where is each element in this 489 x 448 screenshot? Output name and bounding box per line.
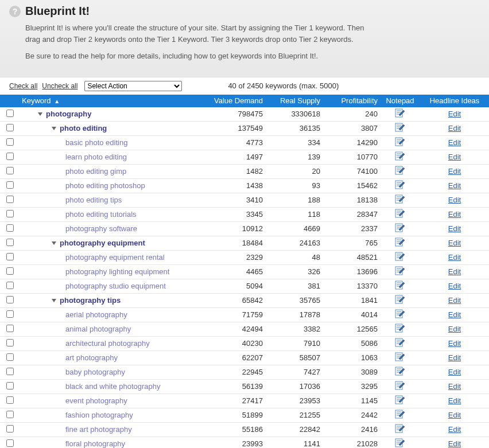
keyword-link[interactable]: aerial photography (65, 310, 127, 319)
col-keyword-header[interactable]: Keyword ▲ (22, 96, 60, 105)
col-real-supply-header[interactable]: Real Supply (280, 96, 320, 105)
keyword-link[interactable]: photography lighting equipment (65, 267, 169, 276)
keyword-link[interactable]: photo editing tutorials (65, 210, 137, 219)
row-checkbox[interactable] (6, 353, 14, 361)
row-checkbox[interactable] (6, 167, 14, 174)
row-checkbox[interactable] (6, 396, 14, 404)
keyword-link[interactable]: photo editing tips (65, 196, 122, 204)
edit-link[interactable]: Edit (448, 253, 461, 262)
notepad-icon[interactable] (395, 323, 405, 333)
row-checkbox[interactable] (6, 310, 14, 318)
notepad-icon[interactable] (395, 280, 405, 290)
edit-link[interactable]: Edit (448, 138, 461, 147)
edit-link[interactable]: Edit (448, 267, 461, 276)
row-checkbox[interactable] (6, 138, 14, 146)
notepad-icon[interactable] (395, 438, 405, 448)
notepad-icon[interactable] (395, 294, 405, 305)
keyword-link[interactable]: art photography (65, 353, 118, 362)
notepad-icon[interactable] (395, 352, 405, 362)
notepad-icon[interactable] (395, 309, 405, 319)
notepad-icon[interactable] (395, 251, 405, 262)
keyword-link[interactable]: learn photo editing (65, 153, 127, 161)
check-all-link[interactable]: Check all (9, 82, 37, 90)
edit-link[interactable]: Edit (448, 382, 461, 391)
edit-link[interactable]: Edit (448, 439, 461, 448)
notepad-icon[interactable] (395, 366, 405, 376)
edit-link[interactable]: Edit (448, 368, 461, 376)
row-checkbox[interactable] (6, 124, 14, 131)
keyword-link[interactable]: photography software (65, 224, 137, 233)
keyword-link[interactable]: animal photography (65, 325, 131, 333)
edit-link[interactable]: Edit (448, 411, 461, 419)
keyword-link[interactable]: photography tips (60, 296, 121, 305)
col-value-demand-header[interactable]: Value Demand (214, 96, 263, 105)
row-checkbox[interactable] (6, 110, 14, 117)
notepad-icon[interactable] (395, 137, 405, 147)
row-checkbox[interactable] (6, 439, 14, 447)
toggle-icon[interactable] (52, 241, 56, 245)
edit-link[interactable]: Edit (448, 396, 461, 405)
row-checkbox[interactable] (6, 411, 14, 418)
keyword-link[interactable]: photography equipment (60, 239, 145, 247)
notepad-icon[interactable] (395, 165, 405, 176)
notepad-icon[interactable] (395, 337, 405, 348)
notepad-icon[interactable] (395, 194, 405, 204)
keyword-link[interactable]: baby photography (65, 368, 125, 376)
row-checkbox[interactable] (6, 210, 14, 217)
notepad-icon[interactable] (395, 108, 405, 118)
notepad-icon[interactable] (395, 122, 405, 133)
edit-link[interactable]: Edit (448, 224, 461, 233)
notepad-icon[interactable] (395, 266, 405, 276)
edit-link[interactable]: Edit (448, 339, 461, 348)
notepad-icon[interactable] (395, 208, 405, 219)
edit-link[interactable]: Edit (448, 296, 461, 305)
row-checkbox[interactable] (6, 325, 14, 332)
notepad-icon[interactable] (395, 151, 405, 161)
row-checkbox[interactable] (6, 425, 14, 433)
keyword-link[interactable]: basic photo editing (65, 138, 127, 147)
row-checkbox[interactable] (6, 153, 14, 160)
notepad-icon[interactable] (395, 409, 405, 419)
row-checkbox[interactable] (6, 224, 14, 232)
toggle-icon[interactable] (52, 299, 56, 302)
keyword-link[interactable]: photo editing photoshop (65, 181, 145, 190)
col-headline-ideas-header[interactable]: Headline Ideas (430, 96, 480, 105)
help-icon[interactable]: ? (9, 6, 21, 17)
edit-link[interactable]: Edit (448, 181, 461, 190)
row-checkbox[interactable] (6, 368, 14, 375)
keyword-link[interactable]: photo editing (60, 124, 107, 133)
keyword-link[interactable]: event photography (65, 396, 127, 405)
notepad-icon[interactable] (395, 223, 405, 233)
edit-link[interactable]: Edit (448, 310, 461, 319)
notepad-icon[interactable] (395, 180, 405, 190)
edit-link[interactable]: Edit (448, 153, 461, 161)
edit-link[interactable]: Edit (448, 210, 461, 219)
row-checkbox[interactable] (6, 296, 14, 303)
notepad-icon[interactable] (395, 380, 405, 391)
row-checkbox[interactable] (6, 282, 14, 289)
col-profitability-header[interactable]: Profitability (341, 96, 378, 105)
row-checkbox[interactable] (6, 181, 14, 189)
keyword-link[interactable]: black and white photography (65, 382, 161, 391)
edit-link[interactable]: Edit (448, 110, 461, 118)
edit-link[interactable]: Edit (448, 124, 461, 133)
keyword-link[interactable]: fine art photography (65, 425, 132, 434)
notepad-icon[interactable] (395, 395, 405, 405)
notepad-icon[interactable] (395, 237, 405, 247)
edit-link[interactable]: Edit (448, 425, 461, 434)
toggle-icon[interactable] (38, 112, 42, 116)
notepad-icon[interactable] (395, 423, 405, 434)
row-checkbox[interactable] (6, 253, 14, 260)
edit-link[interactable]: Edit (448, 325, 461, 333)
edit-link[interactable]: Edit (448, 196, 461, 204)
keyword-link[interactable]: floral photography (65, 439, 125, 448)
keyword-link[interactable]: fashion photography (65, 411, 133, 419)
edit-link[interactable]: Edit (448, 239, 461, 247)
edit-link[interactable]: Edit (448, 353, 461, 362)
col-notepad-header[interactable]: Notepad (386, 96, 414, 105)
keyword-link[interactable]: photography (46, 110, 91, 118)
row-checkbox[interactable] (6, 339, 14, 346)
toggle-icon[interactable] (52, 127, 56, 130)
uncheck-all-link[interactable]: Uncheck all (42, 82, 77, 90)
action-select[interactable]: Select Action (84, 81, 182, 91)
